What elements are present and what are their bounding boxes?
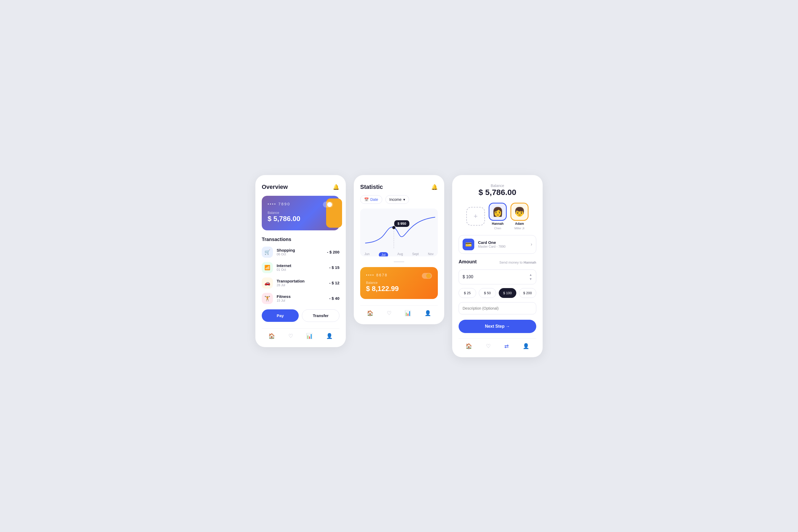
transaction-date: 28 Jul <box>277 283 326 287</box>
chart-tooltip: $ 950 <box>394 220 410 227</box>
month-sept: Sept <box>412 252 419 256</box>
transaction-item[interactable]: 🏋️ Fitness 15 Jul - $ 40 <box>262 293 339 304</box>
preset-amounts: $ 25 $ 50 $ 100 $ 200 <box>459 288 536 298</box>
transport-icon: 🚗 <box>262 278 273 289</box>
internet-icon: 📶 <box>262 262 273 273</box>
transaction-amount: - $ 200 <box>327 250 339 254</box>
send-to-name: Hannah <box>524 261 536 264</box>
heart-icon-2[interactable]: ♡ <box>385 308 393 318</box>
month-aug: Aug <box>397 252 403 256</box>
send-to-label: Send money to Hannah <box>499 261 536 264</box>
bottom-nav: 🏠 ♡ 📊 👤 <box>262 328 339 341</box>
home-icon-2[interactable]: 🏠 <box>365 308 375 318</box>
transaction-name: Fitness <box>277 294 326 299</box>
recipient-hannah[interactable]: 👩 Hannah Chen <box>489 203 507 230</box>
card-selector-icon: 💳 <box>462 239 474 250</box>
heart-icon[interactable]: ♡ <box>287 331 295 341</box>
profile-icon[interactable]: 👤 <box>324 331 334 341</box>
transaction-amount: - $ 15 <box>329 265 339 270</box>
statistic-title: Statistic <box>360 184 383 190</box>
shopping-icon: 🛒 <box>262 247 273 258</box>
statistic-header: Statistic 🔔 <box>360 184 438 190</box>
transaction-info: Transportation 28 Jul <box>277 279 326 287</box>
transaction-date: 06 Oct <box>277 252 323 256</box>
preset-50[interactable]: $ 50 <box>479 288 496 298</box>
transaction-amount: - $ 40 <box>329 296 339 301</box>
profile-icon-2[interactable]: 👤 <box>423 308 433 318</box>
increment-icon[interactable]: ▲ <box>529 273 532 277</box>
preset-200[interactable]: $ 200 <box>519 288 536 298</box>
adam-avatar: 👦 <box>510 203 529 221</box>
profile-icon-3[interactable]: 👤 <box>521 341 531 351</box>
orange-card-toggle[interactable] <box>422 273 432 279</box>
transaction-item[interactable]: 🛒 Shopping 06 Oct - $ 200 <box>262 247 339 258</box>
calendar-icon: 📅 <box>364 197 369 202</box>
chart-area: $ 950 Jun Jul Aug Sept Nov <box>360 209 438 256</box>
amount-input-value[interactable]: $ 100 <box>462 274 527 279</box>
card-selector-info: Card One Master Card - 7890 <box>478 240 527 248</box>
card-selector[interactable]: 💳 Card One Master Card - 7890 › <box>459 235 536 254</box>
transaction-item[interactable]: 📶 Internet 01 Oct - $ 15 <box>262 262 339 273</box>
hannah-avatar: 👩 <box>489 203 507 221</box>
overview-title: Overview <box>262 184 288 190</box>
heart-icon-3[interactable]: ♡ <box>484 341 492 351</box>
month-jun: Jun <box>364 252 369 256</box>
chart-icon[interactable]: 📊 <box>305 331 315 341</box>
transaction-name: Shopping <box>277 248 323 252</box>
amount-stepper[interactable]: ▲ ▼ <box>529 273 532 281</box>
preset-100[interactable]: $ 100 <box>499 288 516 298</box>
pay-button[interactable]: Pay <box>262 309 299 322</box>
hannah-subname: Chen <box>494 227 501 230</box>
transaction-item[interactable]: 🚗 Transportation 28 Jul - $ 12 <box>262 278 339 289</box>
home-icon[interactable]: 🏠 <box>267 331 277 341</box>
transaction-name: Internet <box>277 263 326 268</box>
home-icon-3[interactable]: 🏠 <box>464 341 474 351</box>
card-toggle[interactable] <box>323 202 333 208</box>
amount-input-row: $ 100 ▲ ▼ <box>459 269 536 284</box>
add-recipient-button[interactable]: + <box>466 207 485 226</box>
transfer-button[interactable]: Transfer <box>302 309 339 322</box>
date-filter[interactable]: 📅 Date <box>360 195 382 204</box>
orange-balance: $ 8,122.99 <box>366 285 432 293</box>
chart-icon-2[interactable]: 📊 <box>403 308 413 318</box>
income-filter-label: Income <box>390 197 402 202</box>
bell-icon-2[interactable]: 🔔 <box>431 184 438 190</box>
adam-subname: Miller Jr <box>514 227 525 230</box>
card-balance-amount: $ 5,786.00 <box>268 215 334 223</box>
amount-title: Amount <box>459 259 477 265</box>
screen-statistic: Statistic 🔔 📅 Date Income ▾ $ 950 Jun Ju <box>354 175 444 324</box>
month-jul[interactable]: Jul <box>379 252 388 256</box>
decrement-icon[interactable]: ▼ <box>529 277 532 281</box>
next-step-button[interactable]: Next Step → <box>459 320 536 333</box>
income-filter[interactable]: Income ▾ <box>385 195 409 204</box>
transaction-amount: - $ 12 <box>329 281 339 285</box>
overview-header: Overview 🔔 <box>262 184 339 190</box>
date-filter-label: Date <box>370 197 378 202</box>
card-balance-label: Balance <box>268 211 334 215</box>
transaction-date: 15 Jul <box>277 299 326 302</box>
bell-icon[interactable]: 🔔 <box>333 184 339 190</box>
recipients-row: + 👩 Hannah Chen 👦 Adam Miller Jr <box>459 203 536 230</box>
filter-row: 📅 Date Income ▾ <box>360 195 438 204</box>
balance-section: Balance $ 5,786.00 <box>459 184 536 197</box>
action-buttons: Pay Transfer <box>262 309 339 322</box>
transaction-info: Shopping 06 Oct <box>277 248 323 256</box>
transfer-icon-3[interactable]: ⇄ <box>503 341 510 351</box>
chevron-right-icon: › <box>531 242 532 247</box>
transaction-info: Fitness 15 Jul <box>277 294 326 302</box>
transactions-title: Transactions <box>262 237 339 242</box>
transaction-date: 01 Oct <box>277 268 326 271</box>
screen-overview: Overview 🔔 •••• 7890 Balance $ 5,786.00 … <box>255 175 346 347</box>
transaction-info: Internet 01 Oct <box>277 263 326 271</box>
preset-25[interactable]: $ 25 <box>459 288 476 298</box>
chart-dot <box>392 226 396 229</box>
description-input[interactable] <box>459 302 536 315</box>
month-nov: Nov <box>428 252 434 256</box>
screen2-bottom-nav: 🏠 ♡ 📊 👤 <box>360 305 438 318</box>
fitness-icon: 🏋️ <box>262 293 273 304</box>
toggle-dot <box>327 202 332 207</box>
screen3-bottom-nav: 🏠 ♡ ⇄ 👤 <box>459 338 536 351</box>
amount-section-header: Amount Send money to Hannah <box>459 259 536 266</box>
recipient-adam[interactable]: 👦 Adam Miller Jr <box>510 203 529 230</box>
transaction-name: Transportation <box>277 279 326 283</box>
